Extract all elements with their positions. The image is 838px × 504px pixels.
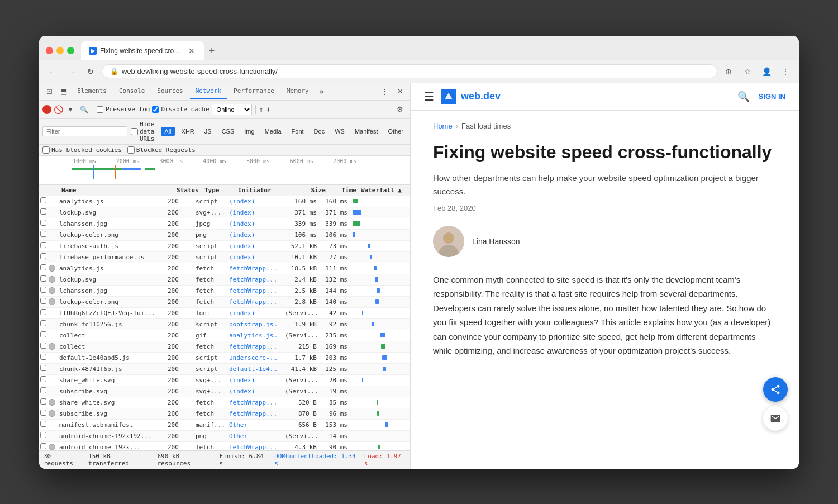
reload-button[interactable]: ↻	[83, 64, 98, 79]
breadcrumb-section[interactable]: Fast load times	[461, 122, 511, 130]
col-header-time[interactable]: Time	[328, 187, 359, 194]
cell-name[interactable]: subscribe.svg	[57, 410, 165, 417]
tab-performance[interactable]: Performance	[228, 84, 280, 99]
cell-initiator[interactable]: (index)	[227, 231, 283, 239]
cell-initiator[interactable]: fetchWrapp...	[227, 410, 283, 417]
tab-console[interactable]: Console	[113, 84, 150, 99]
cell-initiator[interactable]: fetchWrapp...	[227, 444, 283, 450]
table-row[interactable]: firebase-auth.js200script(index)52.1 kB7…	[39, 241, 410, 252]
search-icon[interactable]: 🔍	[78, 104, 89, 115]
cell-initiator[interactable]: default-1e4...	[227, 365, 283, 373]
device-toolbar-icon[interactable]: ⬒	[57, 83, 70, 100]
cell-initiator[interactable]: (index)	[227, 220, 283, 227]
table-row[interactable]: lockup-color.png200fetchfetchWrapp...2.8…	[39, 297, 410, 308]
col-header-status[interactable]: Status	[174, 187, 202, 194]
cell-initiator[interactable]: bootstrap.js:1	[227, 321, 283, 328]
table-row[interactable]: lockup.svg200svg+...(index)371 ms371 ms	[39, 207, 410, 218]
tab-close-icon[interactable]: ✕	[187, 45, 196, 56]
cell-initiator[interactable]: fetchWrapp...	[227, 399, 283, 406]
cast-icon[interactable]: ⊕	[721, 64, 736, 79]
cell-name[interactable]: share_white.svg	[57, 377, 165, 384]
cell-initiator[interactable]: (index)	[227, 243, 283, 250]
cell-initiator[interactable]: (index)	[227, 254, 283, 261]
cell-name[interactable]: manifest.webmanifest	[57, 421, 165, 429]
filter-img[interactable]: Img	[241, 127, 258, 136]
col-header-type[interactable]: Type	[202, 187, 236, 194]
hide-data-urls-label[interactable]: Hide data URLs	[131, 121, 158, 142]
filter-js[interactable]: JS	[201, 127, 215, 136]
hamburger-icon[interactable]: ☰	[424, 90, 434, 103]
cell-name[interactable]: lchansson.jpg	[57, 287, 165, 294]
cell-name[interactable]: lockup-color.png	[57, 298, 165, 306]
has-blocked-cookies-label[interactable]: Has blocked cookies	[42, 146, 122, 154]
share-fab[interactable]	[763, 377, 788, 402]
filter-font[interactable]: Font	[288, 127, 307, 136]
devtools-more-icon[interactable]: ⋮	[378, 85, 391, 98]
cell-name[interactable]: analytics.js	[57, 265, 165, 272]
filter-manifest[interactable]: Manifest	[351, 127, 382, 136]
filter-icon[interactable]: ▼	[65, 104, 76, 115]
preserve-log-checkbox[interactable]	[97, 106, 103, 113]
browser-tab[interactable]: ▶ Fixing website speed cross-fu... ✕	[81, 41, 204, 60]
address-bar[interactable]: 🔒 web.dev/fixing-website-speed-cross-fun…	[102, 64, 717, 78]
cell-name[interactable]: collect	[57, 332, 165, 339]
profile-icon[interactable]: 👤	[759, 64, 774, 79]
table-row[interactable]: analytics.js200fetchfetchWrapp...18.5 kB…	[39, 263, 410, 274]
filter-other[interactable]: Other	[384, 127, 407, 136]
new-tab-button[interactable]: +	[204, 44, 220, 59]
table-row[interactable]: lchansson.jpg200jpeg(index)339 ms339 ms	[39, 218, 410, 230]
table-row[interactable]: firebase-performance.js200script(index)1…	[39, 252, 410, 263]
table-row[interactable]: collect200gifanalytics.js:36(Servi...235…	[39, 330, 410, 341]
cell-name[interactable]: analytics.js	[57, 198, 165, 205]
filter-css[interactable]: CSS	[218, 127, 238, 136]
col-header-size[interactable]: Size	[292, 187, 328, 194]
tab-memory[interactable]: Memory	[281, 84, 315, 99]
cell-name[interactable]: flUhRq6tzZcIQEJ-Vdg-Iui...	[57, 310, 165, 317]
search-icon[interactable]: 🔍	[737, 91, 750, 103]
col-header-name[interactable]: Name	[57, 187, 174, 194]
filter-media[interactable]: Media	[261, 127, 285, 136]
logo-text[interactable]: web.dev	[461, 91, 501, 102]
cell-initiator[interactable]: (index)	[227, 209, 283, 216]
table-row[interactable]: subscribe.svg200svg+...(index)(Servi...1…	[39, 386, 410, 397]
filter-all[interactable]: All	[161, 127, 174, 136]
cell-initiator[interactable]: fetchWrapp...	[227, 298, 283, 306]
table-row[interactable]: lockup.svg200fetchfetchWrapp...2.4 kB132…	[39, 274, 410, 286]
cell-name[interactable]: chunk-48741f6b.js	[57, 365, 165, 373]
cell-initiator[interactable]: fetchWrapp...	[227, 276, 283, 283]
col-header-initiator[interactable]: Initiator	[236, 187, 292, 194]
col-header-waterfall[interactable]: Waterfall ▲	[359, 187, 410, 194]
settings-icon[interactable]: ⚙	[393, 103, 407, 116]
import-icon[interactable]: ⬆	[259, 105, 264, 114]
sign-in-button[interactable]: SIGN IN	[759, 92, 785, 101]
blocked-requests-checkbox[interactable]	[127, 146, 135, 154]
cell-initiator[interactable]: underscore-...	[227, 354, 283, 362]
table-row[interactable]: share_white.svg200svg+...(index)(Servi..…	[39, 375, 410, 386]
disable-cache-checkbox[interactable]	[152, 106, 159, 113]
cell-initiator[interactable]: (index)	[227, 388, 283, 395]
has-blocked-cookies-checkbox[interactable]	[42, 146, 50, 154]
cell-initiator[interactable]: fetchWrapp...	[227, 265, 283, 272]
cell-initiator[interactable]: fetchWrapp...	[227, 343, 283, 350]
cell-initiator[interactable]: (index)	[227, 310, 283, 317]
cell-initiator[interactable]: (index)	[227, 198, 283, 205]
cell-name[interactable]: subscribe.svg	[57, 388, 165, 395]
cell-name[interactable]: firebase-auth.js	[57, 243, 165, 250]
table-row[interactable]: lockup-color.png200png(index)106 ms106 m…	[39, 230, 410, 241]
cell-name[interactable]: chunk-fc110256.js	[57, 321, 165, 328]
table-row[interactable]: flUhRq6tzZcIQEJ-Vdg-Iui...200font(index)…	[39, 308, 410, 319]
table-row[interactable]: android-chrome-192x...200fetchfetchWrapp…	[39, 442, 410, 450]
filter-input[interactable]	[42, 126, 127, 136]
tab-network[interactable]: Network	[190, 84, 227, 99]
cell-name[interactable]: android-chrome-192x...	[57, 444, 165, 450]
table-row[interactable]: collect200fetchfetchWrapp...215 B169 ms	[39, 341, 410, 353]
cell-initiator[interactable]: Other	[227, 432, 283, 440]
back-button[interactable]: ←	[45, 64, 60, 79]
cell-name[interactable]: android-chrome-192x192...	[57, 432, 165, 440]
breadcrumb-home[interactable]: Home	[433, 122, 453, 130]
cell-name[interactable]: default-1e40abd5.js	[57, 354, 165, 362]
table-row[interactable]: default-1e40abd5.js200scriptunderscore-.…	[39, 353, 410, 364]
clear-button[interactable]: 🚫	[54, 105, 63, 114]
tab-elements[interactable]: Elements	[72, 84, 112, 99]
cell-name[interactable]: lchansson.jpg	[57, 220, 165, 227]
